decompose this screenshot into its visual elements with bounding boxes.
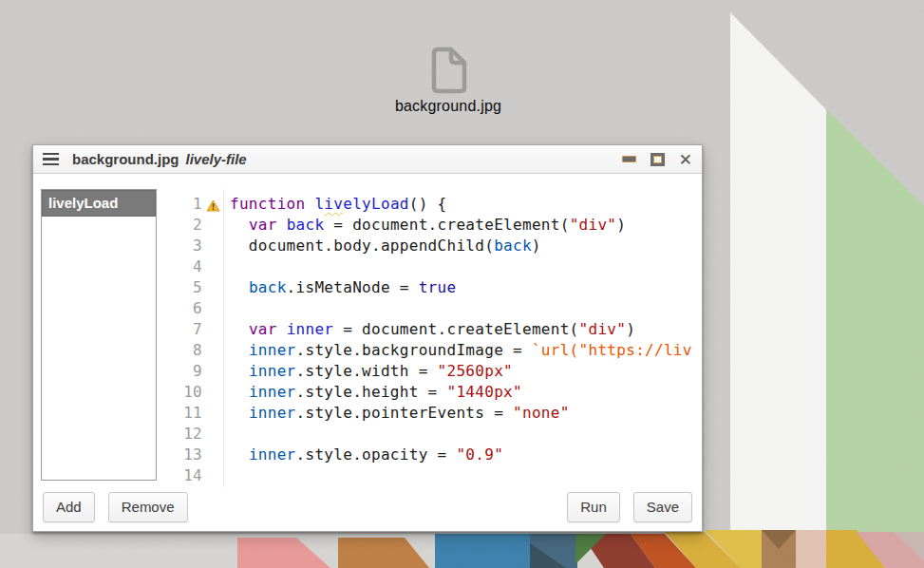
run-button[interactable]: Run — [567, 492, 620, 522]
line-number: 6 — [164, 298, 202, 319]
function-list[interactable]: livelyLoad — [41, 189, 157, 481]
gutter-separator — [223, 189, 224, 487]
button-bar: Add Remove Run Save — [43, 491, 692, 523]
window-subtitle: lively-file — [186, 151, 247, 167]
gutter-marker — [202, 236, 223, 256]
code-text: inner.style.pointerEvents = "none" — [223, 403, 570, 424]
code-line: 13 inner.style.opacity = "0.9" — [164, 445, 702, 465]
line-number: 1 — [164, 194, 202, 215]
code-text — [223, 465, 230, 486]
line-number: 10 — [164, 382, 202, 403]
menu-icon[interactable] — [43, 153, 59, 166]
gutter-marker — [202, 361, 223, 382]
add-button[interactable]: Add — [43, 492, 95, 522]
document-icon — [425, 46, 471, 95]
code-line: 3 document.body.appendChild(back) — [164, 236, 702, 256]
gutter-marker — [202, 319, 223, 340]
code-text: var inner = document.createElement("div"… — [223, 319, 635, 340]
code-editor[interactable]: 1function livelyLoad() {2 var back = doc… — [164, 189, 702, 487]
code-text — [223, 424, 230, 445]
gutter-marker — [202, 382, 223, 403]
code-text: inner.style.opacity = "0.9" — [223, 445, 503, 465]
code-line: 1function livelyLoad() { — [164, 194, 702, 215]
editor-window: background.jpg lively-file ✕ livelyLoad … — [32, 144, 703, 532]
line-number: 14 — [164, 465, 202, 486]
minimize-icon[interactable] — [622, 156, 636, 162]
code-line: 11 inner.style.pointerEvents = "none" — [164, 403, 702, 424]
wallpaper-white-triangle — [730, 12, 826, 568]
gutter-marker — [202, 277, 223, 298]
line-number: 3 — [164, 236, 202, 256]
code-line: 14 — [164, 465, 702, 486]
gutter-marker — [202, 465, 223, 486]
code-text: function livelyLoad() { — [223, 194, 446, 215]
code-text: inner.style.height = "1440px" — [223, 382, 522, 403]
gutter-marker — [202, 298, 223, 319]
window-title: background.jpg — [72, 151, 179, 167]
warning-icon — [206, 199, 220, 212]
code-text: var back = document.createElement("div") — [223, 215, 626, 236]
code-text: back.isMetaNode = true — [223, 277, 456, 298]
code-line: 7 var inner = document.createElement("di… — [164, 319, 702, 340]
wallpaper-green-triangle — [826, 109, 924, 568]
line-number: 13 — [164, 445, 202, 465]
code-line: 5 back.isMetaNode = true — [164, 277, 702, 298]
file-label: background.jpg — [372, 98, 524, 115]
line-number: 8 — [164, 340, 202, 361]
code-line: 9 inner.style.width = "2560px" — [164, 361, 702, 382]
line-number: 4 — [164, 256, 202, 277]
gutter-marker — [202, 194, 223, 215]
gutter-marker — [202, 424, 223, 445]
code-line: 12 — [164, 424, 702, 445]
remove-button[interactable]: Remove — [108, 492, 188, 522]
maximize-icon[interactable] — [651, 153, 665, 166]
gutter-marker — [202, 340, 223, 361]
code-text — [223, 256, 230, 277]
line-number: 12 — [164, 424, 202, 445]
line-number: 5 — [164, 277, 202, 298]
gutter-marker — [202, 215, 223, 236]
save-button[interactable]: Save — [633, 492, 692, 522]
code-text — [223, 298, 230, 319]
line-number: 11 — [164, 403, 202, 424]
code-line: 2 var back = document.createElement("div… — [164, 215, 702, 236]
code-text: inner.style.backgroundImage = `url("http… — [223, 340, 692, 361]
code-line: 8 inner.style.backgroundImage = `url("ht… — [164, 340, 702, 361]
gutter-marker — [202, 445, 223, 465]
code-text: inner.style.width = "2560px" — [223, 361, 513, 382]
code-text: document.body.appendChild(back) — [223, 236, 541, 256]
close-icon[interactable]: ✕ — [679, 153, 692, 166]
line-number: 7 — [164, 319, 202, 340]
line-number: 9 — [164, 361, 202, 382]
code-line: 10 inner.style.height = "1440px" — [164, 382, 702, 403]
desktop-file-background-jpg[interactable]: background.jpg — [372, 46, 524, 115]
code-line: 4 — [164, 256, 702, 277]
gutter-marker — [202, 256, 223, 277]
gutter-marker — [202, 403, 223, 424]
window-titlebar[interactable]: background.jpg lively-file ✕ — [33, 145, 702, 174]
list-item[interactable]: livelyLoad — [42, 190, 156, 217]
line-number: 2 — [164, 215, 202, 236]
code-line: 6 — [164, 298, 702, 319]
